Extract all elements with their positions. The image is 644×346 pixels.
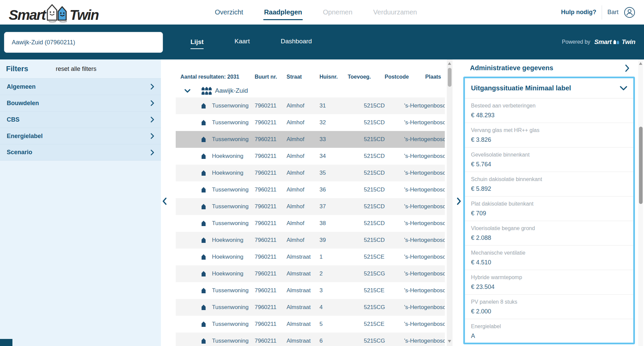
scroll-up-arrow[interactable] — [448, 62, 451, 65]
main-nav: OverzichtRaadplegenOpnemenVerduurzamen — [214, 5, 418, 19]
row-huisnr: 5 — [319, 321, 348, 328]
details-scroll-up-arrow[interactable] — [639, 62, 642, 65]
table-row[interactable]: Tussenwoning 7960211 Almstraat 6 5215CG … — [176, 333, 445, 346]
row-buurt-nr: 7960211 — [255, 203, 287, 210]
detail-item-value: € 5.892 — [471, 185, 627, 192]
table-scrollbar-track[interactable] — [447, 59, 453, 346]
logo-text-smart: Smart — [9, 8, 45, 22]
table-row[interactable]: Tussenwoning 7960211 Almhof 32 5215CD 's… — [176, 114, 445, 131]
group-row-aawijk-zuid[interactable]: Aawijk-Zuid — [176, 84, 445, 97]
table-row[interactable]: Hoekwoning 7960211 Almhof 34 5215CD 's-H… — [176, 148, 445, 165]
details-scrollbar-strip — [636, 59, 644, 346]
tab-lijst[interactable]: Lijst — [190, 38, 204, 49]
scroll-down-arrow[interactable] — [448, 340, 451, 343]
table-row[interactable]: Tussenwoning 7960211 Almhof 37 5215CD 's… — [176, 198, 445, 215]
detail-item: Energielabel A — [465, 319, 633, 344]
detail-item: Vloerisolatie begane grond € 2.088 — [465, 221, 633, 246]
row-huisnr: 33 — [319, 136, 348, 143]
row-huisnr: 32 — [319, 119, 348, 126]
row-plaats: 's-Hertogenbosch — [404, 220, 445, 227]
row-plaats: 's-Hertogenbosch — [404, 170, 445, 176]
filter-group-bouwdelen[interactable]: Bouwdelen — [0, 95, 161, 111]
toolbar: LijstKaartDashboard Powered by Smart Twi… — [0, 25, 644, 59]
administrative-data-header[interactable]: Administratieve gegevens — [463, 59, 636, 77]
row-straat: Almstraat — [287, 304, 319, 311]
table-row[interactable]: Hoekwoning 7960211 Almstraat 1 5215CE 's… — [176, 249, 445, 265]
row-straat: Almstraat — [287, 270, 319, 277]
row-straat: Almhof — [287, 119, 319, 126]
row-plaats: 's-Hertogenbosch — [404, 102, 445, 109]
filters-header: Filters reset alle filters — [0, 59, 161, 78]
tab-dashboard[interactable]: Dashboard — [281, 38, 312, 46]
row-straat: Almhof — [287, 153, 319, 160]
table-row[interactable]: Tussenwoning 7960211 Almhof 31 5215CD 's… — [176, 97, 445, 114]
collapse-left-panel-icon[interactable] — [162, 197, 167, 205]
group-expand-chevron-icon[interactable] — [184, 89, 190, 93]
administrative-data-title: Administratieve gegevens — [470, 64, 553, 72]
row-plaats: 's-Hertogenbosch — [404, 270, 445, 277]
tab-kaart[interactable]: Kaart — [234, 38, 250, 46]
row-huisnr: 34 — [319, 153, 348, 160]
row-buurt-nr: 7960211 — [255, 338, 287, 344]
row-plaats: 's-Hertogenbosch — [404, 203, 445, 210]
detail-item-value: € 709 — [471, 210, 627, 217]
table-row[interactable]: Tussenwoning 7960211 Almhof 36 5215CD 's… — [176, 181, 445, 198]
row-buurt-nr: 7960211 — [255, 220, 287, 227]
table-row[interactable]: Tussenwoning 7960211 Almstraat 3 5215CE … — [176, 282, 445, 299]
twin-houses-logo-icon — [45, 3, 70, 23]
filter-group-cbs[interactable]: CBS — [0, 111, 161, 128]
chevron-right-icon — [625, 64, 630, 72]
table-scrollbar-strip — [445, 59, 455, 346]
detail-item-value: € 3.826 — [471, 136, 627, 143]
row-type: Hoekwoning — [212, 254, 244, 260]
table-row[interactable]: Tussenwoning 7960211 Almhof 38 5215CD 's… — [176, 215, 445, 232]
details-scrollbar-track[interactable] — [638, 59, 643, 346]
search-input[interactable] — [4, 32, 163, 53]
detail-item-label: Schuin dakisolatie binnenkant — [471, 176, 627, 182]
filter-group-algemeen[interactable]: Algemeen — [0, 78, 161, 95]
table-row[interactable]: Hoekwoning 7960211 Almhof 39 5215CD 's-H… — [176, 232, 445, 249]
house-icon — [202, 170, 206, 176]
row-type: Tussenwoning — [212, 119, 249, 126]
row-huisnr: 35 — [319, 170, 348, 176]
row-straat: Almhof — [287, 136, 319, 143]
reset-filters-link[interactable]: reset alle filters — [56, 66, 96, 73]
help-link[interactable]: Hulp nodig? — [561, 9, 596, 16]
table-row[interactable]: Hoekwoning 7960211 Almstraat 2 5215CG 's… — [176, 265, 445, 282]
row-type: Hoekwoning — [212, 170, 244, 176]
row-postcode: 5215CE — [364, 254, 404, 260]
neighborhood-buildings-icon — [202, 87, 212, 95]
user-name: Bart — [607, 9, 618, 16]
table-row[interactable]: Tussenwoning 7960211 Almstraat 4 5215CG … — [176, 299, 445, 316]
expand-right-panel-icon[interactable] — [457, 197, 461, 205]
user-avatar-icon[interactable] — [624, 7, 635, 18]
table-row[interactable]: Tussenwoning 7960211 Almhof 33 5215CD 's… — [176, 131, 445, 148]
filter-group-label: Bouwdelen — [7, 100, 39, 107]
nav-item-overzicht[interactable]: Overzicht — [214, 5, 244, 19]
row-type: Tussenwoning — [212, 102, 249, 109]
details-scrollbar-thumb[interactable] — [639, 127, 643, 204]
row-plaats: 's-Hertogenbosch — [404, 153, 445, 160]
row-type: Tussenwoning — [212, 304, 249, 311]
house-icon — [202, 103, 206, 109]
row-type: Tussenwoning — [212, 203, 249, 210]
details-handle-strip — [455, 59, 463, 346]
filters-sidebar: Filters reset alle filters Algemeen Bouw… — [0, 59, 161, 346]
table-row[interactable]: Hoekwoning 7960211 Almhof 35 5215CD 's-H… — [176, 165, 445, 181]
chevron-right-icon — [151, 117, 154, 123]
nav-item-raadplegen[interactable]: Raadplegen — [263, 5, 303, 19]
table-scrollbar-thumb[interactable] — [448, 68, 452, 87]
row-straat: Almhof — [287, 237, 319, 244]
table-row[interactable]: Tussenwoning 7960211 Almstraat 5 5215CE … — [176, 316, 445, 333]
row-straat: Almhof — [287, 220, 319, 227]
filters-title: Filters — [6, 64, 28, 73]
filter-group-energielabel[interactable]: Energielabel — [0, 128, 161, 144]
row-huisnr: 31 — [319, 102, 348, 109]
house-icon — [202, 137, 206, 142]
details-panel: Administratieve gegevens Uitgangssituati… — [463, 59, 636, 346]
filter-group-scenario[interactable]: Scenario — [0, 144, 161, 161]
uitgangssituatie-section: Uitgangssituatie Minimaal label Besteed … — [463, 77, 635, 344]
row-postcode: 5215CD — [364, 170, 404, 176]
row-plaats: 's-Hertogenbosch — [404, 338, 445, 344]
uitgangssituatie-header[interactable]: Uitgangssituatie Minimaal label — [465, 78, 633, 98]
